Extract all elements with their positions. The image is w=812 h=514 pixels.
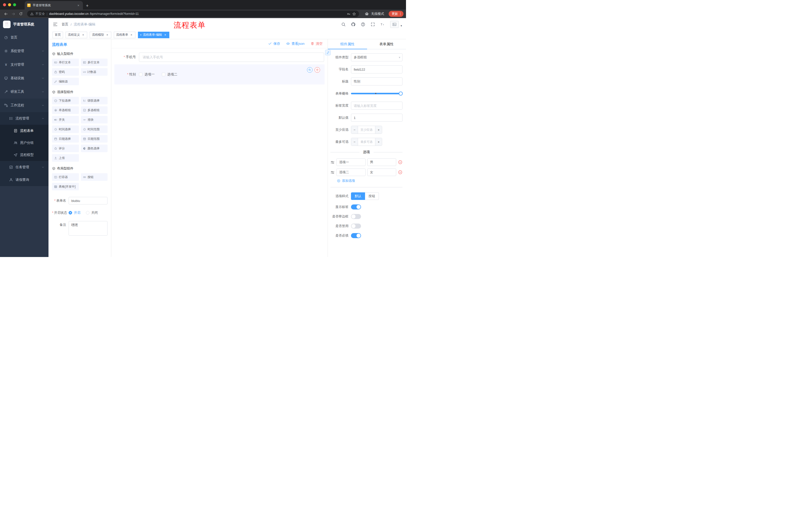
palette-item-slider[interactable]: 滑块 <box>81 116 108 124</box>
palette-item-switch[interactable]: 开关 <box>52 116 79 124</box>
add-option-button[interactable]: 添加选项 <box>337 179 403 183</box>
forward-button[interactable] <box>10 10 17 17</box>
tag-close-icon[interactable]: × <box>81 33 85 37</box>
tag-home[interactable]: 首页 <box>53 32 63 38</box>
help-icon[interactable] <box>361 22 365 27</box>
sidebar-item-process-management[interactable]: 流程管理 <box>0 112 49 125</box>
tag-process-model[interactable]: 流程模型 × <box>90 32 111 38</box>
sidebar-item-system[interactable]: 系统管理 <box>0 44 49 58</box>
tag-close-icon[interactable]: × <box>106 33 109 37</box>
palette-item-dropdown[interactable]: 下拉选择 <box>52 97 79 104</box>
option1-value-input[interactable] <box>367 158 397 166</box>
view-json-button[interactable]: 查看json <box>286 42 304 46</box>
increase-button[interactable]: + <box>375 126 382 134</box>
tag-process-definition[interactable]: 流程定义 × <box>65 32 87 38</box>
max-select-input[interactable] <box>358 138 375 145</box>
grid-slider[interactable] <box>351 89 403 98</box>
palette-item-multi-line-text[interactable]: 多行文本 <box>81 59 108 66</box>
update-browser-button[interactable]: 更新 <box>389 11 404 17</box>
collapse-sidebar-icon[interactable] <box>53 22 58 27</box>
fullscreen-icon[interactable] <box>371 22 375 27</box>
tab-close-icon[interactable]: × <box>76 3 80 7</box>
sidebar-item-devtools[interactable]: 研发工具 <box>0 85 49 99</box>
option2-label-input[interactable] <box>337 168 366 176</box>
status-off-radio[interactable]: 关闭 <box>86 211 98 215</box>
palette-item-upload[interactable]: 上传 <box>52 154 79 162</box>
save-button[interactable]: 保存 <box>268 42 280 46</box>
status-on-radio[interactable]: 开启 <box>68 211 80 215</box>
show-label-switch[interactable] <box>351 205 361 210</box>
password-key-icon[interactable] <box>347 12 350 16</box>
decrease-button[interactable]: − <box>351 126 358 134</box>
remove-option-icon[interactable] <box>398 160 403 164</box>
minimize-window-button[interactable] <box>8 3 11 6</box>
palette-item-button[interactable]: 按钮 <box>81 173 108 181</box>
logo[interactable]: 芋道管理系统 <box>0 18 49 31</box>
palette-item-editor[interactable]: 编辑器 <box>52 78 79 85</box>
palette-item-counter[interactable]: 123计数器 <box>81 68 108 76</box>
maximize-window-button[interactable] <box>13 3 16 6</box>
palette-item-radio-group[interactable]: 单选框组 <box>52 106 79 114</box>
palette-item-row-container[interactable]: 行容器 <box>52 173 79 181</box>
style-default-button[interactable]: 默认 <box>351 192 365 200</box>
close-window-button[interactable] <box>3 3 6 6</box>
delete-component-button[interactable] <box>315 67 320 73</box>
disabled-switch[interactable] <box>351 223 361 228</box>
option2-value-input[interactable] <box>367 168 397 176</box>
style-button-button[interactable]: 按钮 <box>365 192 379 200</box>
back-button[interactable] <box>2 10 9 17</box>
default-value-input[interactable] <box>351 114 403 122</box>
drag-handle-icon[interactable] <box>330 160 335 164</box>
palette-item-date-range[interactable]: 日期范围 <box>81 135 108 142</box>
sidebar-item-task-management[interactable]: 任务管理 <box>0 161 49 173</box>
palette-item-password[interactable]: 密码 <box>52 68 79 76</box>
slider-handle[interactable] <box>399 91 403 96</box>
sidebar-item-leave-query[interactable]: 请假查询 <box>0 173 49 186</box>
github-icon[interactable] <box>351 22 355 27</box>
field-name-input[interactable] <box>351 65 403 74</box>
bookmark-star-icon[interactable] <box>352 12 356 16</box>
label-width-input[interactable] <box>351 102 403 110</box>
border-switch[interactable] <box>351 214 361 219</box>
font-size-icon[interactable]: TT <box>380 22 385 27</box>
tag-close-icon[interactable]: × <box>129 33 133 37</box>
palette-item-checkbox-group[interactable]: 多选框组 <box>81 106 108 114</box>
decrease-button[interactable]: − <box>351 138 358 145</box>
browser-tab[interactable]: 芋道管理系统 × <box>25 1 83 9</box>
security-label[interactable]: 不安全 <box>35 12 45 16</box>
sidebar-item-payment[interactable]: ¥ 支付管理 <box>0 58 49 72</box>
palette-item-rate[interactable]: 评分 <box>52 144 79 152</box>
drag-handle-icon[interactable] <box>330 170 335 174</box>
tag-close-icon[interactable]: × <box>164 33 167 37</box>
remove-option-icon[interactable] <box>398 170 403 174</box>
copy-component-button[interactable] <box>307 67 313 73</box>
sidebar-item-process-form[interactable]: 流程表单 <box>0 125 49 137</box>
form-name-input[interactable] <box>68 197 108 205</box>
breadcrumb-home[interactable]: 首页 <box>62 22 68 27</box>
sidebar-item-process-model[interactable]: 流程模型 <box>0 149 49 161</box>
increase-button[interactable]: + <box>375 138 382 145</box>
address-bar[interactable]: 不安全 | dashboard.yudao.iocoder.cn/bpm/man… <box>27 10 359 17</box>
palette-item-cascader[interactable]: 级联选择 <box>81 97 108 104</box>
sidebar-item-home[interactable]: 首页 <box>0 31 49 44</box>
palette-item-color-picker[interactable]: 颜色选择 <box>81 144 108 152</box>
reload-button[interactable] <box>18 10 24 17</box>
title-input[interactable] <box>351 77 403 85</box>
palette-item-time-picker[interactable]: 时间选择 <box>52 126 79 133</box>
avatar[interactable] <box>390 21 399 28</box>
tab-component-props[interactable]: 组件属性 <box>328 39 367 49</box>
clear-button[interactable]: 清空 <box>311 42 323 46</box>
tag-process-form[interactable]: 流程表单 × <box>114 32 136 38</box>
phone-input[interactable] <box>139 53 324 62</box>
option1-label-input[interactable] <box>337 158 366 166</box>
tab-form-props[interactable]: 表单属性 <box>367 39 406 49</box>
required-switch[interactable] <box>351 233 361 238</box>
gender-option2-checkbox[interactable]: 选项二 <box>162 72 178 77</box>
palette-item-time-range[interactable]: 时间范围 <box>81 126 108 133</box>
component-type-select[interactable]: 多选框组▾ <box>351 53 403 61</box>
field-gender-selected[interactable]: *性别 选项一 选项二 <box>114 64 325 84</box>
link-button[interactable] <box>325 50 330 55</box>
field-phone[interactable]: *手机号 <box>114 52 325 62</box>
palette-item-table[interactable]: 表格[开发中] <box>52 183 79 190</box>
new-tab-button[interactable]: + <box>86 3 89 8</box>
